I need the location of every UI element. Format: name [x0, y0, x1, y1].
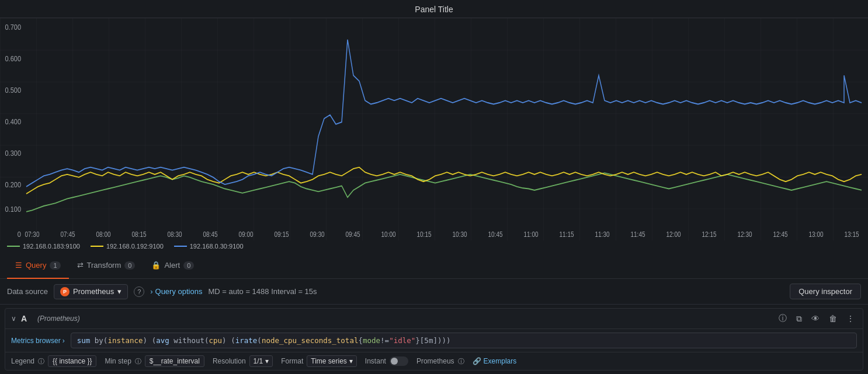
svg-text:13:15: 13:15: [845, 230, 859, 238]
svg-text:12:00: 12:00: [666, 230, 681, 238]
metrics-browser-button[interactable]: Metrics browser ›: [11, 337, 65, 345]
resolution-select[interactable]: 1/1 ▾: [249, 355, 273, 367]
tab-transform-label: Transform: [87, 261, 121, 270]
svg-text:12:30: 12:30: [738, 230, 752, 238]
tab-alert[interactable]: 🔒 Alert 0: [143, 253, 202, 279]
resolution-option-label: Resolution: [213, 357, 246, 365]
legend-option-group: Legend ⓘ {{ instance }}: [11, 355, 96, 367]
format-value: Time series: [311, 357, 347, 365]
instant-option-label: Instant: [365, 357, 386, 365]
minstep-info-icon[interactable]: ⓘ: [135, 357, 141, 366]
svg-text:08:00: 08:00: [96, 230, 111, 238]
minstep-option-value[interactable]: $__rate_interval: [145, 355, 204, 367]
legend-item-green: 192.168.0.183:9100: [7, 243, 80, 250]
query-input-field[interactable]: sum by(instance) (avg without(cpu) (irat…: [71, 333, 857, 348]
format-select[interactable]: Time series ▾: [307, 355, 357, 367]
svg-rect-0: [0, 18, 868, 240]
panel-container: Panel Title 0.700 0.600 0.500 0.400 0.30…: [0, 0, 868, 374]
tab-query[interactable]: ☰ Query 1: [7, 253, 69, 279]
svg-text:11:00: 11:00: [524, 230, 539, 238]
svg-text:11:45: 11:45: [631, 230, 645, 238]
query-options-label: Query options: [155, 287, 203, 296]
svg-text:08:30: 08:30: [168, 230, 182, 238]
legend-label-blue: 192.168.0.30:9100: [190, 243, 244, 250]
query-inspector-button[interactable]: Query inspector: [790, 284, 861, 299]
svg-text:09:15: 09:15: [275, 230, 289, 238]
chart-legend: 192.168.0.183:9100 192.168.0.192:9100 19…: [0, 240, 868, 253]
svg-text:08:45: 08:45: [203, 230, 218, 238]
svg-text:0.700: 0.700: [5, 23, 21, 32]
svg-text:09:45: 09:45: [346, 230, 360, 238]
legend-label-yellow: 192.168.0.192:9100: [106, 243, 164, 250]
svg-text:10:15: 10:15: [417, 230, 432, 238]
query-source-label: (Prometheus): [37, 314, 80, 323]
svg-text:08:15: 08:15: [132, 230, 147, 238]
datasource-selector[interactable]: P Prometheus ▾: [54, 284, 128, 299]
legend-option-label: Legend: [11, 357, 34, 365]
svg-text:10:45: 10:45: [488, 230, 503, 238]
svg-text:09:30: 09:30: [310, 230, 325, 238]
query-delete-icon[interactable]: 🗑: [827, 313, 839, 324]
query-options-info: MD = auto = 1488 Interval = 15s: [208, 287, 784, 296]
query-letter: A: [21, 314, 33, 323]
svg-text:09:00: 09:00: [239, 230, 254, 238]
exemplars-option-group: 🔗 Exemplars: [473, 357, 517, 365]
tab-transform[interactable]: ⇄ Transform 0: [69, 253, 144, 279]
exemplars-icon: 🔗: [473, 357, 481, 365]
prometheus-icon: P: [60, 287, 70, 296]
datasource-label: Data source: [7, 287, 48, 296]
svg-text:0.600: 0.600: [5, 54, 21, 63]
metrics-browser-row: Metrics browser › sum by(instance) (avg …: [5, 329, 863, 352]
datasource-help-icon[interactable]: ?: [134, 286, 144, 297]
tab-transform-badge: 0: [124, 261, 135, 270]
svg-text:0.400: 0.400: [5, 117, 21, 126]
svg-text:0.100: 0.100: [5, 205, 21, 214]
instant-option-group: Instant: [365, 356, 408, 366]
format-option-label: Format: [281, 357, 303, 365]
tabs-bar: ☰ Query 1 ⇄ Transform 0 🔒 Alert 0: [0, 253, 868, 279]
query-duplicate-icon[interactable]: ⧉: [794, 313, 804, 325]
query-collapse-button[interactable]: ∨: [11, 314, 16, 323]
query-options-toggle[interactable]: › Query options: [150, 287, 202, 296]
legend-item-yellow: 192.168.0.192:9100: [91, 243, 164, 250]
query-visibility-icon[interactable]: 👁: [809, 313, 822, 324]
prometheus-option-group: Prometheus ⓘ: [416, 357, 464, 366]
tab-alert-badge: 0: [183, 261, 194, 270]
svg-text:12:15: 12:15: [702, 230, 717, 238]
prometheus-info-icon[interactable]: ⓘ: [458, 357, 464, 366]
svg-text:07:30: 07:30: [25, 230, 40, 238]
legend-item-blue: 192.168.0.30:9100: [174, 243, 244, 250]
resolution-chevron: ▾: [265, 357, 269, 365]
panel-title: Panel Title: [415, 5, 453, 14]
alert-tab-icon: 🔒: [151, 261, 161, 270]
format-chevron: ▾: [349, 357, 353, 365]
format-option-group: Format Time series ▾: [281, 355, 357, 367]
query-help-icon[interactable]: ⓘ: [776, 312, 789, 325]
resolution-option-group: Resolution 1/1 ▾: [213, 355, 273, 367]
svg-text:11:15: 11:15: [560, 230, 574, 238]
prometheus-option-label: Prometheus: [416, 357, 454, 365]
query-more-icon[interactable]: ⋮: [844, 313, 857, 324]
svg-text:07:45: 07:45: [61, 230, 75, 238]
metrics-browser-chevron: ›: [63, 337, 65, 345]
svg-text:12:45: 12:45: [773, 230, 788, 238]
metrics-browser-label: Metrics browser: [11, 337, 61, 345]
legend-line-green: [7, 246, 20, 247]
svg-text:0.500: 0.500: [5, 86, 21, 95]
chart-svg: 0.700 0.600 0.500 0.400 0.300 0.200 0.10…: [0, 18, 868, 240]
query-tab-icon: ☰: [15, 261, 22, 270]
query-row-a: ∨ A (Prometheus) ⓘ ⧉ 👁 🗑 ⋮ Metrics brows…: [5, 308, 863, 370]
tab-query-badge: 1: [50, 261, 60, 270]
legend-info-icon[interactable]: ⓘ: [38, 357, 44, 366]
transform-tab-icon: ⇄: [77, 261, 84, 270]
legend-line-yellow: [91, 246, 103, 247]
datasource-bar: Data source P Prometheus ▾ ? › Query opt…: [0, 279, 868, 305]
datasource-name: Prometheus: [73, 287, 114, 296]
svg-text:0: 0: [18, 230, 21, 239]
legend-option-value[interactable]: {{ instance }}: [48, 355, 96, 367]
panel-title-bar: Panel Title: [0, 0, 868, 18]
tab-query-label: Query: [26, 261, 46, 270]
exemplars-label[interactable]: 🔗 Exemplars: [473, 357, 517, 365]
instant-toggle[interactable]: [390, 356, 408, 366]
instant-toggle-knob: [391, 358, 398, 365]
